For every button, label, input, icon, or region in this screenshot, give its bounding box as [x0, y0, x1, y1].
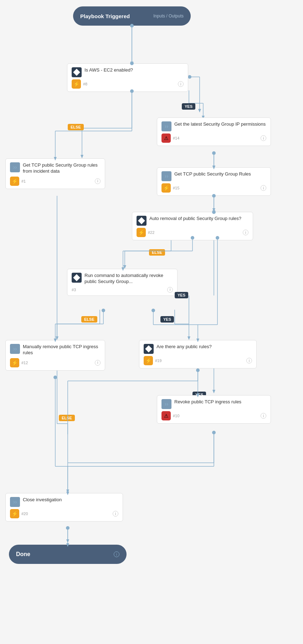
- playbook-trigger-node: Playbook Triggered Inputs / Outputs: [73, 6, 191, 26]
- run-command-node[interactable]: Run command to automatically revoke publ…: [67, 269, 178, 296]
- chevron-icon: ››: [13, 344, 17, 354]
- are-there-rules-title: Are there any public rules?: [156, 344, 252, 350]
- lightning-badge: ⚡: [161, 183, 171, 193]
- auto-removal-node[interactable]: Auto removal of public Security Group ru…: [132, 212, 253, 240]
- svg-marker-27: [188, 336, 190, 340]
- svg-point-68: [102, 309, 105, 312]
- run-command-title: Run command to automatically revoke publ…: [84, 273, 173, 285]
- get-tcp-left-node[interactable]: ›› Get TCP public Security Group rules f…: [5, 158, 105, 189]
- warning-badge: ⚠: [161, 411, 171, 420]
- action-icon: ››: [161, 121, 171, 131]
- yes-label-run: YES: [175, 292, 188, 298]
- node-id: #15: [173, 186, 179, 190]
- svg-marker-29: [212, 390, 215, 393]
- info-icon[interactable]: i: [261, 135, 266, 141]
- chevron-icon: ››: [165, 171, 169, 181]
- get-tcp-right-node[interactable]: ›› Get TCP public Security Group Rules ⚡…: [157, 167, 271, 196]
- node-id: #10: [173, 414, 179, 418]
- trigger-title: Playbook Triggered: [80, 13, 130, 19]
- svg-marker-13: [212, 208, 215, 212]
- node-id: #8: [83, 82, 87, 86]
- svg-point-54: [212, 151, 216, 155]
- node-id: #19: [155, 358, 161, 363]
- is-aws-title: Is AWS - EC2 enabled?: [84, 67, 184, 73]
- get-latest-sg-title: Get the latest Security Group IP permiss…: [174, 121, 266, 127]
- info-icon[interactable]: i: [243, 230, 248, 235]
- are-there-rules-node[interactable]: Are there any public rules? ⚡ #19 i: [139, 340, 257, 368]
- chevron-icon: ››: [165, 121, 169, 131]
- done-node: Done i: [9, 545, 127, 564]
- yes-label-run2: YES: [160, 316, 174, 323]
- lightning-badge: ⚡: [10, 358, 19, 367]
- info-icon[interactable]: i: [178, 81, 184, 87]
- done-title: Done: [16, 551, 30, 557]
- action-icon-right: ››: [161, 171, 171, 181]
- lightning-badge: ⚡: [72, 79, 81, 89]
- get-tcp-left-title: Get TCP public Security Group rules from…: [23, 162, 101, 174]
- svg-point-94: [66, 526, 70, 530]
- diamond-icon: [144, 344, 154, 354]
- info-icon[interactable]: i: [113, 511, 118, 517]
- node-id: #20: [21, 512, 28, 516]
- node-id: #1: [21, 179, 26, 183]
- svg-point-43: [188, 75, 191, 79]
- close-investigation-node[interactable]: ›› Close investigation ⚡ #20 i: [5, 493, 123, 522]
- lightning-badge: ⚡: [144, 356, 153, 365]
- svg-point-86: [212, 431, 216, 434]
- diamond-icon: [72, 273, 82, 283]
- else-label-rules: ELSE: [59, 415, 75, 421]
- auto-removal-title: Auto removal of public Security Group ru…: [149, 216, 248, 222]
- action-icon: ››: [10, 344, 20, 354]
- manually-remove-title: Manually remove public TCP ingress rules: [23, 344, 101, 356]
- lightning-badge: ⚡: [10, 177, 19, 186]
- info-icon[interactable]: i: [261, 185, 266, 191]
- svg-marker-39: [66, 539, 69, 543]
- lightning-badge: ⚡: [137, 228, 146, 237]
- get-latest-sg-node[interactable]: ›› Get the latest Security Group IP perm…: [157, 117, 271, 146]
- action-icon: ››: [161, 399, 171, 409]
- info-icon[interactable]: i: [95, 178, 101, 184]
- revoke-rules-title: Revoke public TCP ingress rules: [174, 399, 266, 405]
- node-id: #22: [148, 230, 154, 235]
- diamond-icon: [72, 67, 82, 77]
- svg-marker-9: [81, 155, 83, 158]
- svg-point-84: [53, 376, 57, 379]
- info-icon[interactable]: i: [167, 287, 173, 293]
- action-icon: ››: [10, 497, 20, 507]
- info-icon[interactable]: i: [95, 360, 101, 366]
- svg-marker-22: [56, 336, 58, 340]
- lightning-badge: ⚡: [10, 509, 19, 518]
- warning-badge: ⚠: [161, 133, 171, 143]
- close-investigation-title: Close investigation: [23, 497, 118, 503]
- is-aws-ec2-node[interactable]: Is AWS - EC2 enabled? ⚡ #8 i: [67, 63, 188, 92]
- inputs-outputs-label: Inputs / Outputs: [153, 14, 184, 19]
- info-icon[interactable]: i: [114, 551, 119, 557]
- else-label-run: ELSE: [81, 316, 97, 323]
- chevron-icon: ››: [13, 497, 17, 507]
- chevron-icon: ››: [13, 162, 17, 172]
- svg-marker-49: [198, 109, 201, 112]
- node-id: #3: [72, 288, 76, 292]
- yes-label-aws: YES: [182, 103, 195, 110]
- svg-marker-36: [66, 489, 69, 493]
- node-id: #12: [21, 361, 28, 365]
- revoke-rules-node[interactable]: ›› Revoke public TCP ingress rules ⚠ #10…: [157, 395, 271, 424]
- info-icon[interactable]: i: [261, 413, 266, 419]
- action-icon-left: ››: [10, 162, 20, 172]
- svg-point-80: [196, 368, 200, 372]
- svg-marker-17: [123, 265, 126, 269]
- chevron-icon: ››: [165, 399, 169, 409]
- else-label-aws: ELSE: [68, 124, 84, 130]
- manually-remove-node[interactable]: ›› Manually remove public TCP ingress ru…: [5, 340, 105, 371]
- diamond-icon: [137, 216, 147, 226]
- else-label-auto: ELSE: [149, 249, 165, 256]
- node-id: #14: [173, 136, 179, 140]
- info-icon[interactable]: i: [246, 358, 252, 363]
- get-tcp-right-title: Get TCP public Security Group Rules: [174, 171, 266, 177]
- svg-point-69: [152, 309, 155, 312]
